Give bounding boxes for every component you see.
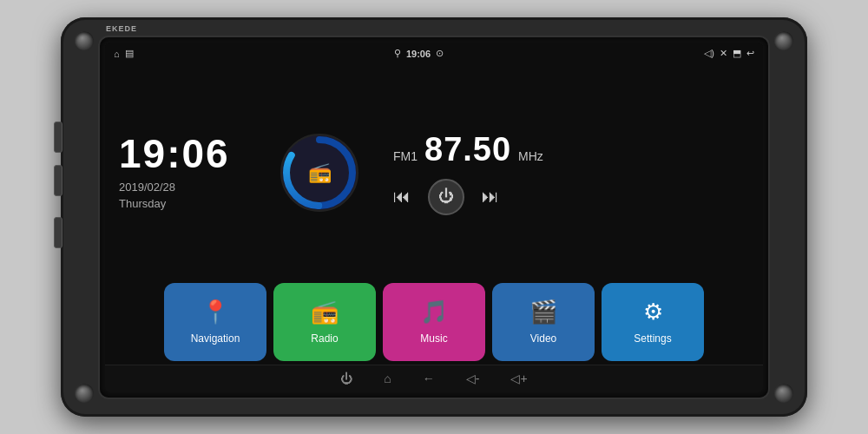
car-unit: EKEDE ⌂ ▤ ⚲ 19:06 ⊙ ◁) ✕ ⬒ ↩: [61, 17, 807, 417]
fm-frequency: 87.50: [424, 131, 511, 168]
camera-icon[interactable]: ⊙: [436, 48, 444, 59]
music-icon: 🎵: [420, 299, 448, 326]
app-tile-music[interactable]: 🎵 Music: [383, 283, 485, 361]
close-icon[interactable]: ✕: [720, 48, 727, 59]
fm-band-label: FM1: [393, 149, 418, 163]
status-right-icons: ◁) ✕ ⬒ ↩: [704, 48, 754, 59]
volume-icon[interactable]: ◁): [704, 48, 714, 59]
screw-br: [774, 384, 793, 403]
radio-controls: ⏮ ⏻ ⏭: [393, 179, 753, 215]
main-content: 19:06 2019/02/28 Thursday: [105, 65, 763, 278]
video-label: Video: [530, 332, 556, 345]
settings-icon: ⚙: [643, 299, 663, 326]
clock-date: 2019/02/28 Thursday: [119, 179, 254, 213]
status-time: 19:06: [406, 49, 431, 59]
next-track-button[interactable]: ⏭: [482, 187, 499, 207]
prev-track-button[interactable]: ⏮: [393, 187, 411, 207]
settings-label: Settings: [634, 332, 671, 345]
location-icon: ⚲: [394, 48, 401, 59]
navigation-icon: 📍: [201, 299, 229, 326]
screen-bezel: ⌂ ▤ ⚲ 19:06 ⊙ ◁) ✕ ⬒ ↩ 1: [100, 37, 768, 398]
radio-info: FM1 87.50 MHz ⏮ ⏻ ⏭: [385, 72, 753, 274]
bottom-nav-bar: ⏻ ⌂ ← ◁- ◁+: [105, 365, 763, 392]
status-center: ⚲ 19:06 ⊙: [141, 48, 698, 59]
radio-app-icon: 📻: [311, 299, 339, 326]
app-tile-radio[interactable]: 📻 Radio: [273, 283, 376, 361]
clock-time: 19:06: [119, 134, 254, 174]
bottom-home-button[interactable]: ⌂: [384, 372, 391, 385]
video-icon: 🎬: [529, 299, 557, 326]
back-icon[interactable]: ↩: [746, 48, 754, 59]
radio-dial[interactable]: 📻: [276, 129, 363, 216]
screw-tr: [774, 31, 793, 50]
app-tile-navigation[interactable]: 📍 Navigation: [164, 283, 266, 361]
app-grid: 📍 Navigation 📻 Radio 🎵 Music 🎬 Video ⚙: [105, 278, 763, 365]
power-button[interactable]: ⏻: [428, 179, 464, 215]
clock-section: 19:06 2019/02/28 Thursday: [115, 72, 254, 274]
fm-display: FM1 87.50 MHz: [393, 131, 753, 168]
screw-bl: [75, 384, 94, 403]
status-bar: ⌂ ▤ ⚲ 19:06 ⊙ ◁) ✕ ⬒ ↩: [105, 43, 763, 65]
window-icon[interactable]: ⬒: [733, 48, 741, 59]
bottom-vol-down-button[interactable]: ◁-: [466, 372, 480, 385]
app-tile-video[interactable]: 🎬 Video: [492, 283, 595, 361]
status-left-icons: ⌂ ▤: [114, 48, 134, 59]
bottom-vol-up-button[interactable]: ◁+: [510, 372, 527, 385]
side-button-rst[interactable]: [54, 217, 62, 248]
radio-center-icon: 📻: [308, 161, 332, 184]
home-icon[interactable]: ⌂: [114, 49, 120, 59]
radio-app-label: Radio: [311, 332, 338, 345]
navigation-label: Navigation: [191, 332, 240, 345]
side-button-gps[interactable]: [54, 165, 62, 196]
screen: ⌂ ▤ ⚲ 19:06 ⊙ ◁) ✕ ⬒ ↩ 1: [105, 43, 763, 392]
music-label: Music: [420, 332, 447, 345]
fm-unit: MHz: [518, 149, 543, 163]
radio-section: 📻: [263, 72, 376, 274]
brand-watermark: EKEDE: [106, 24, 137, 33]
bottom-back-button[interactable]: ←: [423, 372, 435, 385]
side-button-mic[interactable]: [54, 122, 62, 153]
app-tile-settings[interactable]: ⚙ Settings: [602, 283, 704, 361]
mem-icon: ▤: [125, 48, 134, 59]
screw-tl: [75, 31, 94, 50]
bottom-power-button[interactable]: ⏻: [340, 372, 352, 385]
